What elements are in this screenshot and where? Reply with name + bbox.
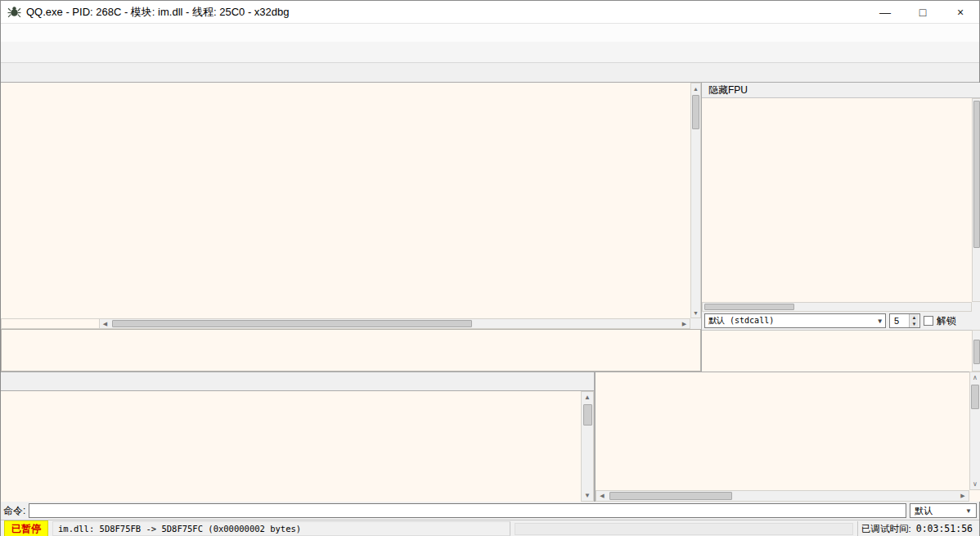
scroll-up-icon[interactable]: ∧ (970, 372, 980, 383)
unlock-label: 解锁 (937, 314, 956, 328)
command-label: 命令: (3, 504, 25, 518)
spin-up-icon[interactable]: ▲ (909, 314, 919, 321)
argument-count-value: 5 (894, 316, 899, 326)
scroll-down-icon[interactable]: ▼ (691, 308, 700, 318)
unlock-checkbox[interactable] (924, 316, 933, 326)
scrollbar-thumb[interactable] (704, 304, 794, 310)
arguments-list[interactable] (702, 330, 972, 372)
maximize-button[interactable]: □ (904, 1, 942, 23)
registers-panel: 隐藏FPU 默认 (stdcall) ▼ 5 ▲▼ 解锁 (701, 83, 980, 372)
arguments-scrollbar[interactable] (972, 330, 980, 372)
memory-dump-view[interactable] (1, 391, 581, 502)
x32dbg-window: QQ.exe - PID: 268C - 模块: im.dll - 线程: 25… (0, 0, 980, 536)
disassembly-vertical-scrollbar[interactable]: ▲ ▼ (690, 83, 701, 318)
status-spacer (515, 523, 853, 535)
debug-time-label: 已调试时间: (861, 523, 911, 535)
registers-horizontal-scrollbar[interactable] (702, 302, 972, 312)
stack-horizontal-scrollbar[interactable]: ◀ ▶ (596, 490, 969, 502)
scrollbar-thumb[interactable] (973, 101, 980, 248)
calling-convention-select[interactable]: 默认 (stdcall) ▼ (704, 313, 886, 328)
registers-list[interactable] (702, 98, 972, 302)
jump-overflow-arrow (2, 319, 100, 328)
disassembly-horizontal-scrollbar[interactable]: ◀ ▶ (1, 318, 690, 329)
command-row: 命令: 默认 ▼ (1, 502, 979, 520)
chevron-down-icon: ▼ (965, 507, 972, 515)
chevron-down-icon: ▼ (878, 318, 882, 325)
scrollbar-thumb[interactable] (692, 95, 699, 129)
scrollbar-thumb[interactable] (609, 492, 732, 500)
scroll-down-icon[interactable]: ∨ (970, 479, 980, 489)
scroll-up-icon[interactable]: ▲ (582, 392, 593, 403)
calling-convention-row: 默认 (stdcall) ▼ 5 ▲▼ 解锁 (702, 312, 980, 330)
command-input[interactable] (29, 503, 906, 518)
scroll-right-icon[interactable]: ▶ (957, 491, 969, 501)
scrollbar-thumb[interactable] (973, 340, 980, 364)
title-bar: QQ.exe - PID: 268C - 模块: im.dll - 线程: 25… (1, 1, 979, 24)
calling-convention-value: 默认 (stdcall) (708, 315, 774, 327)
debug-state-badge: 已暂停 (4, 520, 48, 536)
debug-time: 已调试时间: 0:03:51:56 (857, 521, 976, 536)
cpu-view: ▲ ▼ ◀ ▶ (1, 83, 701, 372)
debug-time-value: 0:03:51:56 (916, 523, 973, 535)
scroll-left-icon[interactable]: ◀ (596, 491, 608, 501)
window-title: QQ.exe - PID: 268C - 模块: im.dll - 线程: 25… (26, 5, 290, 20)
bottom-tab-bar (1, 372, 596, 391)
scroll-left-icon[interactable]: ◀ (100, 319, 110, 328)
scrollbar-corner (690, 318, 701, 329)
stack-view[interactable] (596, 372, 980, 502)
scroll-up-icon[interactable]: ▲ (691, 83, 700, 93)
menu-bar (1, 24, 979, 42)
scroll-right-icon[interactable]: ▶ (679, 319, 690, 328)
info-box (1, 329, 701, 372)
disassembly-view[interactable] (1, 83, 690, 318)
hide-fpu-button[interactable]: 隐藏FPU (702, 83, 980, 98)
command-script-value: 默认 (915, 505, 933, 517)
minimize-button[interactable]: — (866, 1, 904, 23)
command-script-select[interactable]: 默认 ▼ (910, 503, 977, 518)
scrollbar-thumb[interactable] (112, 320, 472, 327)
app-icon (7, 5, 21, 19)
status-bar: 已暂停 im.dll: 5D8F75FB -> 5D8F75FC (0x0000… (1, 520, 979, 536)
hide-fpu-label: 隐藏FPU (708, 83, 748, 97)
registers-vertical-scrollbar[interactable] (972, 98, 980, 302)
status-message: im.dll: 5D8F75FB -> 5D8F75FC (0x00000002… (52, 521, 510, 536)
close-button[interactable]: × (942, 1, 979, 23)
toolbar (1, 42, 979, 63)
scrollbar-thumb[interactable] (583, 404, 592, 426)
spin-down-icon[interactable]: ▼ (909, 321, 919, 327)
dump-vertical-scrollbar[interactable]: ▲ ▼ (581, 391, 594, 502)
scroll-down-icon[interactable]: ▼ (582, 490, 593, 501)
stack-vertical-scrollbar[interactable]: ∧ ∨ (969, 372, 980, 490)
scrollbar-thumb[interactable] (971, 385, 979, 409)
main-tab-bar (1, 63, 979, 83)
argument-count-stepper[interactable]: 5 ▲▼ (889, 313, 920, 328)
